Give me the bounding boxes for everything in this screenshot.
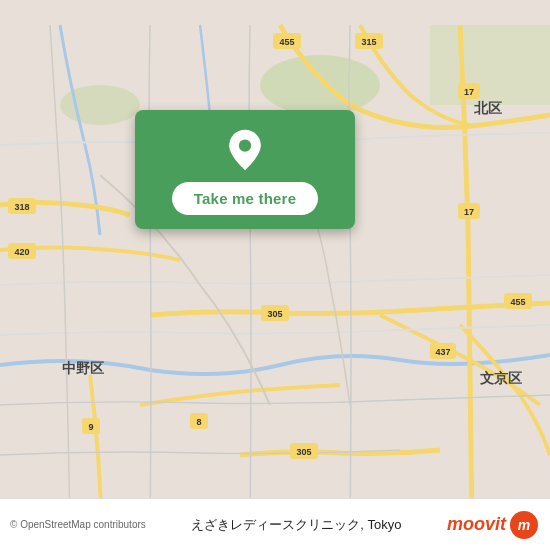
svg-text:文京区: 文京区 (480, 370, 522, 386)
svg-text:315: 315 (361, 37, 376, 47)
svg-point-1 (260, 55, 380, 115)
place-name: えざきレディースクリニック, Tokyo (146, 516, 447, 534)
moovit-logo-text: moovit (447, 514, 506, 535)
svg-text:北区: 北区 (473, 100, 502, 116)
svg-text:455: 455 (279, 37, 294, 47)
location-pin-icon (223, 128, 267, 172)
svg-text:420: 420 (14, 247, 29, 257)
svg-text:中野区: 中野区 (62, 360, 104, 376)
location-card: Take me there (135, 110, 355, 229)
svg-text:8: 8 (196, 417, 201, 427)
svg-text:305: 305 (267, 309, 282, 319)
svg-rect-3 (430, 25, 550, 105)
svg-text:17: 17 (464, 207, 474, 217)
map-container: 455 315 17 318 420 17 305 455 437 9 8 30… (0, 0, 550, 550)
svg-point-31 (239, 139, 251, 151)
svg-text:17: 17 (464, 87, 474, 97)
svg-text:9: 9 (88, 422, 93, 432)
svg-text:305: 305 (296, 447, 311, 457)
bottom-bar: © OpenStreetMap contributors えざきレディースクリニ… (0, 498, 550, 550)
take-me-there-button[interactable]: Take me there (172, 182, 318, 215)
moovit-logo-icon: m (510, 511, 538, 539)
map-attribution: © OpenStreetMap contributors (10, 519, 146, 530)
svg-text:455: 455 (510, 297, 525, 307)
svg-text:437: 437 (435, 347, 450, 357)
moovit-logo: moovit m (447, 511, 538, 539)
svg-text:318: 318 (14, 202, 29, 212)
